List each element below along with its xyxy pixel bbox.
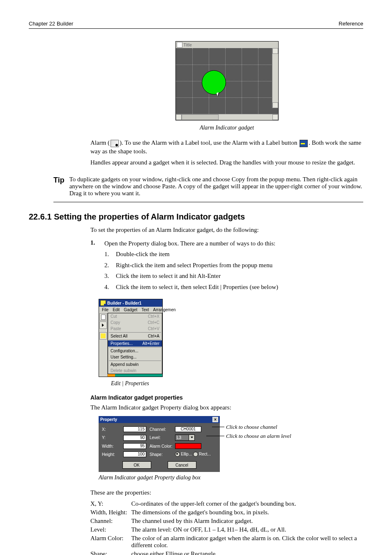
alarm-tool-icon bbox=[111, 140, 119, 147]
page-header: Chapter 22 Builder Reference bbox=[29, 21, 363, 29]
step-number: 1. bbox=[90, 239, 99, 246]
menu-file[interactable]: File bbox=[100, 307, 111, 312]
label-level: Level: bbox=[150, 435, 173, 440]
alarm-indicator-gadget[interactable] bbox=[202, 70, 226, 95]
input-channel[interactable]: CH0001 bbox=[175, 426, 201, 432]
input-y[interactable]: 90 bbox=[123, 435, 146, 441]
menuitem-cut[interactable]: CutCtrl+X bbox=[108, 313, 162, 319]
win1-icon bbox=[177, 42, 182, 48]
edit-dropdown: CutCtrl+X CopyCtrl+C PasteCtrl+V Select … bbox=[108, 313, 162, 374]
input-height[interactable]: 100 bbox=[123, 451, 146, 457]
ok-button[interactable]: OK bbox=[122, 461, 151, 469]
property-titlebar: Property × bbox=[99, 416, 220, 423]
section-heading: 22.6.1 Setting the properties of Alarm I… bbox=[29, 212, 363, 222]
menuitem-deletesubwin[interactable]: Delete subwin bbox=[108, 368, 162, 374]
menuitem-paste[interactable]: PasteCtrl+V bbox=[108, 326, 162, 332]
label-x: X: bbox=[102, 427, 122, 432]
menuitem-selectall[interactable]: Select AllCtrl+A bbox=[108, 333, 162, 339]
header-section: Reference bbox=[339, 21, 363, 27]
builder-titlebar: Builder - Builder1 bbox=[99, 299, 162, 307]
builder-app-icon bbox=[100, 300, 106, 306]
tip-box: Tip To duplicate gadgets on your window,… bbox=[53, 171, 363, 202]
menu-arrangement[interactable]: Arrangemen bbox=[151, 307, 178, 312]
scrollbar-horizontal[interactable] bbox=[176, 114, 278, 120]
alarm-label-tool-icon bbox=[300, 140, 308, 147]
alarm-props-intro: The Alarm Indicator gadget Property dial… bbox=[90, 403, 363, 412]
tip-label: Tip bbox=[53, 176, 65, 185]
tip-text: To duplicate gadgets on your window, rig… bbox=[69, 176, 363, 197]
header-chapter: Chapter 22 Builder bbox=[29, 21, 73, 27]
label-y: Y: bbox=[102, 435, 122, 440]
input-x[interactable]: 115 bbox=[123, 426, 146, 432]
builder-toolbar bbox=[99, 313, 108, 377]
menuitem-configuration[interactable]: Configuration... bbox=[108, 348, 162, 354]
toolbar-new-icon[interactable] bbox=[99, 313, 107, 321]
input-width[interactable]: 95 bbox=[123, 443, 146, 449]
menuitem-appendsubwin[interactable]: Append subwin bbox=[108, 361, 162, 368]
select-level[interactable]: L3 bbox=[175, 435, 195, 441]
figure-property-dialog: Property × X:115 Channel:CH0001 Y:90 Lev… bbox=[99, 416, 220, 472]
builder-menubar[interactable]: File Edit Gadget Text Arrangemen bbox=[99, 307, 162, 313]
table-row: Level:The alarm level: ON or OFF, L1 – L… bbox=[90, 525, 363, 534]
figure2-caption: Edit | Properties bbox=[111, 380, 363, 387]
figure3-caption: Alarm Indicator gadget Property dialog b… bbox=[99, 474, 363, 481]
menuitem-copy[interactable]: CopyCtrl+C bbox=[108, 319, 162, 326]
table-row: Shape:choose either Ellipse or Rectangle… bbox=[90, 550, 363, 555]
label-channel: Channel: bbox=[150, 427, 173, 432]
radio-ellipse[interactable] bbox=[175, 452, 180, 457]
win1-titlebar: Title bbox=[176, 42, 278, 48]
figure1-caption: Alarm Indicator gadget bbox=[90, 125, 363, 131]
subheading-alarm: Alarm Indicator gadget properties bbox=[90, 394, 363, 401]
step-text: Open the Property dialog box. There are … bbox=[104, 239, 363, 248]
color-well[interactable] bbox=[175, 443, 201, 449]
table-row: Alarm Color:The color of an alarm indica… bbox=[90, 534, 363, 550]
menu-edit[interactable]: Edit bbox=[111, 307, 122, 312]
toolbar-tool-icon[interactable] bbox=[99, 332, 107, 340]
figure-edit-menu: Builder - Builder1 File Edit Gadget Text… bbox=[99, 299, 363, 387]
menu-gadget[interactable]: Gadget bbox=[122, 307, 139, 312]
callout-channel: Click to choose channel bbox=[226, 424, 277, 430]
figure-alarm-gadget: Title bbox=[90, 41, 363, 131]
section-intro: To set the properties of an Alarm Indica… bbox=[90, 226, 363, 234]
label-height: Height: bbox=[102, 452, 122, 457]
props-intro: These are the properties: bbox=[90, 488, 363, 497]
label-width: Width: bbox=[102, 444, 122, 449]
win1-title: Title bbox=[184, 43, 192, 47]
menu-text[interactable]: Text bbox=[139, 307, 151, 312]
menuitem-properties[interactable]: Properties...Alt+Enter bbox=[108, 340, 162, 347]
label-alarmcolor: Alarm Color: bbox=[150, 444, 173, 449]
win1-canvas[interactable] bbox=[176, 48, 278, 114]
table-row: Channel:The channel used by this Alarm I… bbox=[90, 517, 363, 525]
para-alarm-tools: Alarm (). To use the Alarm with a Label … bbox=[90, 139, 363, 167]
radio-rect[interactable] bbox=[193, 452, 198, 457]
table-row: X, Y:Co-ordinates of the upper-left corn… bbox=[90, 500, 363, 508]
callout-level: Click to choose an alarm level bbox=[226, 433, 291, 439]
table-row: Width, Height:The dimensions of the gadg… bbox=[90, 508, 363, 517]
toolbar-pointer-icon[interactable] bbox=[99, 321, 107, 329]
label-shape: Shape: bbox=[150, 452, 173, 457]
properties-table: X, Y:Co-ordinates of the upper-left corn… bbox=[90, 500, 363, 555]
menuitem-usersetting[interactable]: User Setting... bbox=[108, 354, 162, 360]
close-icon[interactable]: × bbox=[212, 417, 218, 422]
builder-canvas: CutCtrl+X CopyCtrl+C PasteCtrl+V Select … bbox=[108, 313, 162, 377]
scrollbar-vertical[interactable] bbox=[272, 48, 278, 108]
cancel-button[interactable]: Cancel bbox=[168, 461, 196, 469]
